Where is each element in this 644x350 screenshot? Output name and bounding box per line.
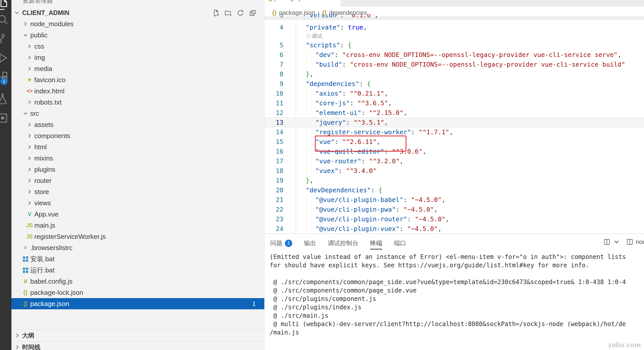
tree-item-label: components <box>34 132 70 140</box>
line-number: 5 <box>265 41 289 49</box>
tree-folder-src[interactable]: src <box>11 108 264 119</box>
chevron-down-icon[interactable] <box>613 238 620 246</box>
terminal-instance-icon[interactable] <box>626 238 634 246</box>
tree-folder-css[interactable]: css <box>11 41 264 52</box>
panel-tab-问题[interactable]: 问题1 <box>270 239 292 247</box>
code-line-7[interactable]: 7"build": "cross-env NODE_OPTIONS=--open… <box>265 60 644 69</box>
tab-package-json[interactable]: {} package.json ● × <box>265 0 341 7</box>
outline-section-label: 大纲 <box>22 331 34 340</box>
scroll-clip-band <box>265 16 644 20</box>
tree-file-运行.bat[interactable]: 运行.bat <box>11 265 264 276</box>
tree-file-babel.config.js[interactable]: Bbabel.config.js <box>11 276 264 287</box>
tree-file-main.js[interactable]: JSmain.js <box>11 220 264 231</box>
collapse-folders-icon[interactable] <box>249 9 256 17</box>
split-terminal-icon[interactable] <box>603 238 611 246</box>
vue-file-icon: V <box>26 211 33 217</box>
tree-item-label: .browserslistrc <box>30 244 72 252</box>
terminal-instance-name[interactable]: node <box>636 238 644 245</box>
tree-file-favicon.ico[interactable]: ★favicon.ico <box>11 74 264 85</box>
line-number: 16 <box>265 148 289 155</box>
line-number: 9 <box>265 80 289 88</box>
tree-file-package-lock.json[interactable]: {}package-lock.json <box>11 287 264 298</box>
tree-folder-public[interactable]: public <box>11 30 264 41</box>
tree-file-.browserslistrc[interactable]: ≡.browserslistrc <box>11 242 264 253</box>
tree-file-package.json[interactable]: {}package.json1 <box>11 298 264 309</box>
debug-codelens[interactable]: ▷调试 <box>265 32 644 40</box>
panel-tab-label: 终端 <box>370 239 382 247</box>
refresh-icon[interactable] <box>237 9 244 17</box>
tree-file-App.vue[interactable]: VApp.vue <box>11 209 264 220</box>
code-line-4[interactable]: 4"private": true, <box>265 22 644 32</box>
chevron-right-icon <box>26 144 33 150</box>
code-line-13[interactable]: 13"jquery": "^3.5.1", <box>265 118 644 127</box>
new-file-icon[interactable] <box>212 9 220 17</box>
tree-item-label: src <box>30 110 39 118</box>
code-line-18[interactable]: 18"vuex": "^3.4.0" <box>265 166 644 176</box>
code-line-24[interactable]: 24"@vue/cli-plugin-vuex": "~4.5.0", <box>265 224 644 234</box>
tree-folder-assets[interactable]: assets <box>11 119 264 130</box>
code-line-9[interactable]: 9"dependencies": { <box>265 79 644 89</box>
code-text: "@vue/cli-plugin-router": "~4.5.0", <box>289 215 449 223</box>
watermark: zidiu.com <box>608 341 641 349</box>
tree-folder-views[interactable]: views <box>11 197 264 209</box>
code-line-5[interactable]: 5"scripts": { <box>265 40 644 50</box>
code-line-21[interactable]: 21"@vue/cli-plugin-babel": "~4.5.0", <box>265 195 644 205</box>
tree-file-index.html[interactable]: <>index.html <box>11 85 264 97</box>
panel-tab-端口[interactable]: 端口 <box>394 239 406 247</box>
code-line-20[interactable]: 20"devDependencies": { <box>265 185 644 195</box>
code-line-19[interactable]: 19}, <box>265 176 644 185</box>
tree-folder-plugins[interactable]: plugins <box>11 164 264 175</box>
search-icon[interactable] <box>0 13 9 25</box>
tree-folder-node_modules[interactable]: node_modules <box>11 18 264 30</box>
code-text: "axios": "^0.21.1", <box>289 90 388 97</box>
tree-folder-html[interactable]: html <box>11 141 264 153</box>
tree-item-label: assets <box>34 121 53 129</box>
tree-folder-media[interactable]: media <box>11 63 264 74</box>
new-folder-icon[interactable] <box>224 9 232 17</box>
code-text: "build": "cross-env NODE_OPTIONS=--opens… <box>289 61 625 68</box>
tree-item-label: App.vue <box>34 210 58 218</box>
source-control-icon[interactable] <box>0 33 9 45</box>
panel-tab-输出[interactable]: 输出 <box>304 239 316 247</box>
code-line-23[interactable]: 23"@vue/cli-plugin-router": "~4.5.0", <box>265 214 644 224</box>
problem-count-badge: 1 <box>252 300 256 307</box>
testing-icon[interactable] <box>0 93 9 105</box>
tree-folder-components[interactable]: components <box>11 130 264 141</box>
code-line-12[interactable]: 12"element-ui": "^2.15.0", <box>265 108 644 118</box>
remote-explorer-icon[interactable] <box>0 112 9 124</box>
code-line-10[interactable]: 10"axios": "^0.21.1", <box>265 89 644 98</box>
line-number: 21 <box>265 196 289 203</box>
code-text: "element-ui": "^2.15.0", <box>289 109 407 116</box>
line-number: 13 <box>265 119 289 126</box>
tree-file-安装.bat[interactable]: 安装.bat <box>11 253 264 265</box>
code-text: "scripts": { <box>289 41 352 49</box>
code-lines[interactable]: 4"private": true,▷调试5"scripts": {6"dev":… <box>265 22 644 234</box>
panel-tab-调试控制台[interactable]: 调试控制台 <box>328 239 358 247</box>
code-text: "core-js": "^3.6.5", <box>289 99 392 107</box>
line-number: 24 <box>265 225 289 232</box>
panel-tab-终端[interactable]: 终端 <box>370 239 382 247</box>
outline-section-header[interactable]: 大纲 <box>11 330 264 341</box>
code-line-17[interactable]: 17"vue-router": "^3.2.0", <box>265 156 644 166</box>
code-line-22[interactable]: 22"@vue/cli-plugin-pwa": "~4.5.0", <box>265 205 644 214</box>
tree-file-robots.txt[interactable]: ≡robots.txt <box>11 97 264 108</box>
code-text: "dependencies": { <box>289 80 371 88</box>
line-number: 18 <box>265 167 289 174</box>
textfile-file-icon: ≡ <box>22 244 29 251</box>
explorer-sidebar: 资源管理器 CLIENT_ADMIN <box>11 0 265 350</box>
editor-tab-strip: {} package.json ● × <box>265 0 644 7</box>
tree-folder-mixins[interactable]: mixins <box>11 153 264 164</box>
run-and-debug-icon[interactable] <box>0 52 9 64</box>
tree-file-registerServiceWorker.js[interactable]: JSregisterServiceWorker.js <box>11 231 264 242</box>
terminal-output[interactable]: (Emitted value instead of an instance of… <box>270 253 644 337</box>
tree-folder-img[interactable]: img <box>11 52 264 63</box>
code-line-6[interactable]: 6"dev": "cross-env NODE_OPTIONS=--openss… <box>265 50 644 60</box>
tree-folder-store[interactable]: store <box>11 186 264 197</box>
tree-folder-router[interactable]: router <box>11 175 264 186</box>
timeline-section-header[interactable]: 时间线 <box>11 342 264 350</box>
code-line-11[interactable]: 11"core-js": "^3.6.5", <box>265 98 644 108</box>
explorer-icon[interactable] <box>0 0 9 11</box>
code-text: "register-service-worker": "^1.7.1", <box>289 128 453 136</box>
code-line-8[interactable]: 8}, <box>265 69 644 79</box>
terminal-line: (Emitted value instead of an instance of… <box>270 253 644 261</box>
